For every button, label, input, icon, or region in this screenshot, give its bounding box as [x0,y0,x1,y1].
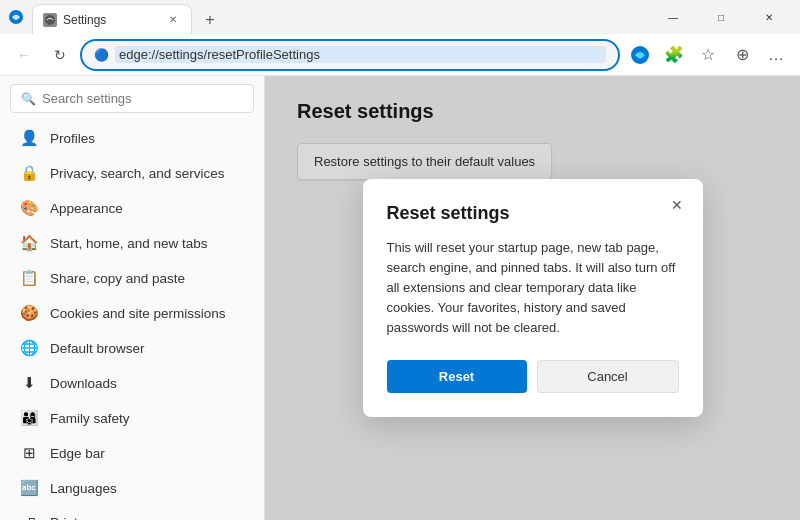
title-bar: Settings ✕ + — □ ✕ [0,0,800,34]
sidebar-label-languages: Languages [50,481,244,496]
settings-menu-button[interactable]: … [760,39,792,71]
share-copy-icon: 📋 [20,269,38,287]
start-home-icon: 🏠 [20,234,38,252]
window-controls: — □ ✕ [650,0,792,34]
minimize-button[interactable]: — [650,0,696,34]
modal-close-button[interactable]: ✕ [663,191,691,219]
edge-bar-icon: ⊞ [20,444,38,462]
sidebar-label-printers: Printers [50,515,244,520]
cancel-button[interactable]: Cancel [537,360,679,393]
new-tab-button[interactable]: + [196,6,224,34]
sidebar-item-edge-bar[interactable]: ⊞Edge bar [4,436,260,470]
downloads-icon: ⬇ [20,374,38,392]
reset-confirm-button[interactable]: Reset [387,360,527,393]
default-browser-icon: 🌐 [20,339,38,357]
family-safety-icon: 👨‍👩‍👧 [20,409,38,427]
tab-strip: Settings ✕ + [32,0,642,34]
cookies-icon: 🍪 [20,304,38,322]
active-tab[interactable]: Settings ✕ [32,4,192,34]
search-icon: 🔍 [21,92,36,106]
profiles-icon: 👤 [20,129,38,147]
sidebar-label-default-browser: Default browser [50,341,244,356]
sidebar-item-profiles[interactable]: 👤Profiles [4,121,260,155]
privacy-icon: 🔒 [20,164,38,182]
sidebar-item-family-safety[interactable]: 👨‍👩‍👧Family safety [4,401,260,435]
address-text: edge://settings/resetProfileSettings [115,46,606,63]
maximize-button[interactable]: □ [698,0,744,34]
refresh-button[interactable]: ↻ [44,39,76,71]
sidebar-items: 👤Profiles🔒Privacy, search, and services🎨… [0,121,264,520]
address-bar[interactable]: 🔵 edge://settings/resetProfileSettings [80,39,620,71]
tab-favicon [43,13,57,27]
sidebar-item-downloads[interactable]: ⬇Downloads [4,366,260,400]
appearance-icon: 🎨 [20,199,38,217]
sidebar-label-profiles: Profiles [50,131,244,146]
app-icon [8,9,24,25]
sidebar-label-downloads: Downloads [50,376,244,391]
printers-icon: 🖨 [20,514,38,520]
languages-icon: 🔤 [20,479,38,497]
extensions-button[interactable]: 🧩 [658,39,690,71]
sidebar-item-privacy[interactable]: 🔒Privacy, search, and services [4,156,260,190]
svg-point-1 [45,15,55,25]
sidebar-item-default-browser[interactable]: 🌐Default browser [4,331,260,365]
tab-title: Settings [63,13,159,27]
modal-title: Reset settings [387,203,679,224]
search-box[interactable]: 🔍 [10,84,254,113]
sidebar-label-share-copy: Share, copy and paste [50,271,244,286]
edge-icon[interactable] [624,39,656,71]
lock-icon: 🔵 [94,48,109,62]
nav-actions: 🧩 ☆ ⊕ … [624,39,792,71]
sidebar-item-printers[interactable]: 🖨Printers [4,506,260,520]
feedback-button[interactable]: ⊕ [726,39,758,71]
back-button[interactable]: ← [8,39,40,71]
tab-close-button[interactable]: ✕ [165,12,181,28]
sidebar: 🔍 👤Profiles🔒Privacy, search, and service… [0,76,265,520]
modal-actions: Reset Cancel [387,360,679,393]
modal-overlay: ✕ Reset settings This will reset your st… [265,76,800,520]
search-input[interactable] [42,91,243,106]
sidebar-label-privacy: Privacy, search, and services [50,166,244,181]
favorites-button[interactable]: ☆ [692,39,724,71]
sidebar-item-start-home[interactable]: 🏠Start, home, and new tabs [4,226,260,260]
main-layout: 🔍 👤Profiles🔒Privacy, search, and service… [0,76,800,520]
sidebar-label-edge-bar: Edge bar [50,446,244,461]
sidebar-item-share-copy[interactable]: 📋Share, copy and paste [4,261,260,295]
sidebar-item-cookies[interactable]: 🍪Cookies and site permissions [4,296,260,330]
close-button[interactable]: ✕ [746,0,792,34]
modal-body: This will reset your startup page, new t… [387,238,679,339]
sidebar-item-languages[interactable]: 🔤Languages [4,471,260,505]
content-area: Reset settings Restore settings to their… [265,76,800,520]
sidebar-item-appearance[interactable]: 🎨Appearance [4,191,260,225]
reset-dialog: ✕ Reset settings This will reset your st… [363,179,703,418]
sidebar-label-family-safety: Family safety [50,411,244,426]
nav-bar: ← ↻ 🔵 edge://settings/resetProfileSettin… [0,34,800,76]
sidebar-label-cookies: Cookies and site permissions [50,306,244,321]
sidebar-label-start-home: Start, home, and new tabs [50,236,244,251]
sidebar-label-appearance: Appearance [50,201,244,216]
